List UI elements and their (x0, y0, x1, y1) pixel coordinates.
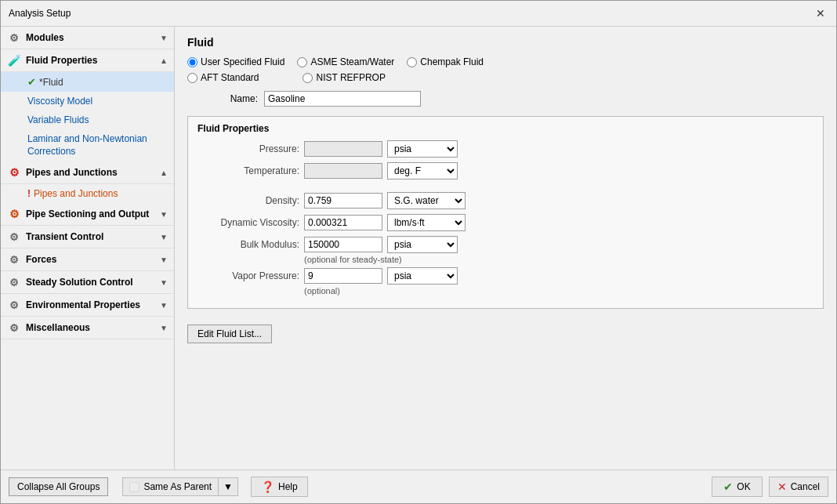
sidebar-group-steady-solution[interactable]: ⚙ Steady Solution Control ▼ (1, 271, 174, 294)
pressure-unit-select[interactable]: psia (387, 140, 458, 158)
vapor-pressure-row: Vapor Pressure: psia (197, 267, 813, 285)
cancel-label: Cancel (791, 481, 820, 492)
radio-chempak[interactable]: Chempak Fluid (407, 56, 484, 67)
fluid-properties-group: Fluid Properties Pressure: psia Temperat… (187, 116, 824, 309)
density-unit-select[interactable]: S.G. water (387, 192, 466, 209)
gear-steady-icon: ⚙ (7, 275, 21, 289)
radio-asme-steam-label: ASME Steam/Water (310, 56, 394, 67)
sidebar-group-miscellaneous[interactable]: ⚙ Miscellaneous ▼ (1, 317, 174, 339)
sidebar-group-fluid-properties[interactable]: 🧪 Fluid Properties ▲ (1, 49, 174, 72)
gear-transient-icon: ⚙ (7, 230, 21, 244)
sidebar-group-transient-control[interactable]: ⚙ Transient Control ▼ (1, 226, 174, 248)
pressure-label: Pressure: (197, 143, 299, 154)
main-content: ⚙ Modules ▼ 🧪 Fluid Properties ▲ ✔ *Flui… (1, 27, 836, 470)
fluid-type-radio-row-2: AFT Standard NIST REFPROP (187, 72, 824, 83)
gear-warn-icon: ⚙ (7, 207, 21, 221)
radio-chempak-label: Chempak Fluid (420, 56, 484, 67)
dynamic-viscosity-unit-select[interactable]: lbm/s·ft (387, 214, 466, 231)
close-button[interactable]: ✕ (813, 5, 828, 21)
sidebar-variable-fluids-label: Variable Fluids (27, 114, 89, 125)
fluid-type-radio-row-1: User Specified Fluid ASME Steam/Water Ch… (187, 56, 824, 67)
sidebar-group-pipes-junctions-label: Pipes and Junctions (26, 167, 118, 178)
density-input[interactable] (304, 193, 382, 208)
bulk-modulus-row: Bulk Modulus: psia (197, 236, 813, 253)
radio-user-specified[interactable]: User Specified Fluid (187, 56, 284, 67)
sidebar-group-forces[interactable]: ⚙ Forces ▼ (1, 248, 174, 271)
help-label: Help (278, 481, 298, 492)
sidebar-group-environmental[interactable]: ⚙ Environmental Properties ▼ (1, 294, 174, 317)
analysis-setup-window: Analysis Setup ✕ ⚙ Modules ▼ 🧪 Fluid Pro… (0, 0, 837, 504)
sidebar-item-laminar-corrections[interactable]: Laminar and Non-Newtonian Corrections (1, 129, 174, 161)
gear-env-icon: ⚙ (7, 298, 21, 312)
cancel-button[interactable]: ✕ Cancel (769, 477, 828, 497)
sidebar-group-misc-label: Miscellaneous (26, 322, 90, 333)
sidebar-group-pipe-sectioning-label: Pipe Sectioning and Output (26, 208, 149, 219)
vapor-pressure-input[interactable] (304, 268, 382, 284)
chevron-forces-icon: ▼ (160, 256, 168, 264)
radio-asme-steam[interactable]: ASME Steam/Water (297, 56, 394, 67)
radio-user-specified-label: User Specified Fluid (201, 56, 284, 67)
dynamic-viscosity-input[interactable] (304, 215, 382, 230)
same-as-parent-wrapper: Same As Parent ▼ (122, 477, 238, 496)
temperature-label: Temperature: (197, 165, 299, 176)
sidebar-viscosity-label: Viscosity Model (27, 96, 92, 107)
name-row: Name: (187, 91, 824, 107)
check-icon: ✔ (27, 76, 36, 88)
name-input[interactable] (264, 91, 421, 107)
vapor-pressure-label: Vapor Pressure: (197, 270, 299, 281)
gear-misc-icon: ⚙ (7, 321, 21, 335)
collapse-all-groups-button[interactable]: Collapse All Groups (9, 477, 108, 496)
name-label: Name: (187, 93, 258, 104)
radio-aft-standard-label: AFT Standard (201, 72, 259, 83)
radio-aft-standard[interactable]: AFT Standard (187, 72, 259, 83)
edit-fluid-list-button[interactable]: Edit Fluid List... (187, 325, 272, 343)
density-row: Density: S.G. water (197, 192, 813, 209)
vapor-pressure-subtext: (optional) (304, 286, 813, 296)
chevron-down-icon: ▼ (160, 34, 168, 42)
sidebar-item-pipes-junctions[interactable]: ! Pipes and Junctions (1, 184, 174, 203)
sidebar-group-forces-label: Forces (26, 254, 56, 265)
sidebar-laminar-label: Laminar and Non-Newtonian Corrections (27, 133, 168, 158)
temperature-row: Temperature: deg. F (197, 162, 813, 179)
content-title: Fluid (187, 36, 824, 49)
dynamic-viscosity-row: Dynamic Viscosity: lbm/s·ft (197, 214, 813, 231)
window-title: Analysis Setup (9, 8, 71, 19)
sidebar-item-variable-fluids[interactable]: Variable Fluids (1, 111, 174, 129)
radio-nist-refprop[interactable]: NIST REFPROP (303, 72, 385, 83)
pressure-row: Pressure: psia (197, 140, 813, 158)
same-as-parent-checkbox[interactable]: Same As Parent (122, 477, 219, 496)
ok-check-icon: ✔ (723, 480, 733, 493)
dynamic-viscosity-label: Dynamic Viscosity: (197, 217, 299, 228)
help-button[interactable]: ❓ Help (251, 477, 308, 497)
same-as-parent-check[interactable] (129, 482, 140, 492)
chevron-down-pipes-icon: ▲ (160, 169, 168, 177)
same-as-parent-label: Same As Parent (143, 481, 212, 492)
warn-icon: ⚙ (7, 165, 21, 179)
chevron-misc-icon: ▼ (160, 324, 168, 332)
bulk-modulus-input[interactable] (304, 237, 382, 252)
chevron-pipe-sectioning-icon: ▼ (160, 210, 168, 219)
sidebar-item-viscosity-model[interactable]: Viscosity Model (1, 92, 174, 111)
temperature-input[interactable] (304, 163, 382, 179)
sidebar-group-steady-label: Steady Solution Control (26, 277, 133, 288)
sidebar-group-modules-label: Modules (26, 32, 64, 43)
gear-icon: ⚙ (7, 31, 21, 45)
density-label: Density: (197, 195, 299, 206)
sidebar-group-modules[interactable]: ⚙ Modules ▼ (1, 27, 174, 49)
sidebar-item-fluid[interactable]: ✔ *Fluid (1, 72, 174, 92)
help-icon: ❓ (261, 480, 274, 493)
bulk-modulus-subtext: (optional for steady-state) (304, 255, 813, 264)
bulk-modulus-unit-select[interactable]: psia (387, 236, 458, 253)
temperature-unit-select[interactable]: deg. F (387, 162, 458, 179)
gear-forces-icon: ⚙ (7, 252, 21, 267)
sidebar-group-pipe-sectioning[interactable]: ⚙ Pipe Sectioning and Output ▼ (1, 203, 174, 226)
vapor-pressure-unit-select[interactable]: psia (387, 267, 458, 285)
same-as-parent-dropdown[interactable]: ▼ (219, 477, 238, 496)
sidebar-group-pipes-junctions[interactable]: ⚙ Pipes and Junctions ▲ (1, 161, 174, 184)
ok-button[interactable]: ✔ OK (712, 477, 762, 497)
pressure-input[interactable] (304, 141, 382, 157)
fluid-props-title: Fluid Properties (197, 123, 813, 134)
content-area: Fluid User Specified Fluid ASME Steam/Wa… (175, 27, 836, 470)
chevron-env-icon: ▼ (160, 301, 168, 310)
bottom-bar: Collapse All Groups Same As Parent ▼ ❓ H… (1, 470, 836, 503)
